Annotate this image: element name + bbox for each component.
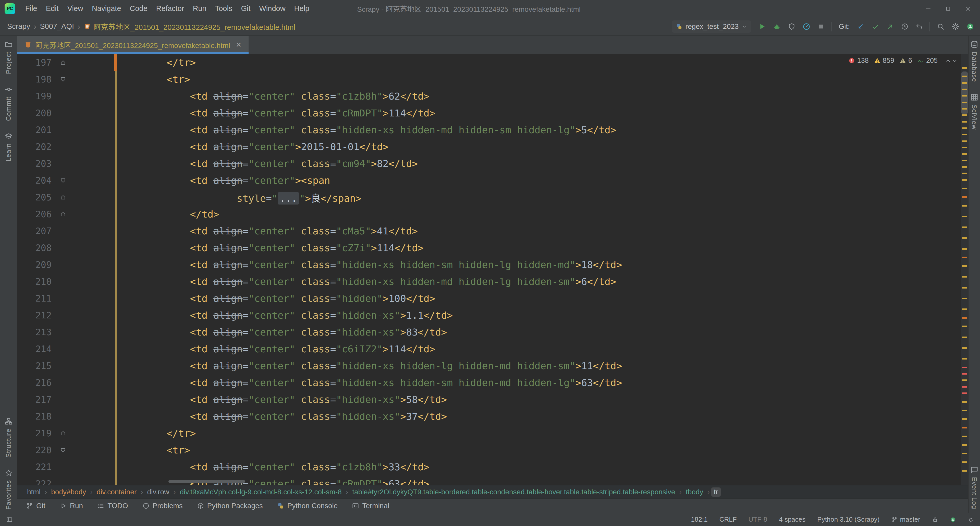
run-button[interactable] — [758, 22, 766, 31]
stripe-mark[interactable] — [962, 298, 967, 299]
line-number[interactable]: 209 — [18, 260, 56, 270]
line-number[interactable]: 216 — [18, 378, 56, 388]
typo-count[interactable]: 205 — [917, 57, 938, 65]
stripe-mark[interactable] — [962, 257, 967, 258]
menu-code[interactable]: Code — [126, 1, 152, 16]
code-line[interactable]: 217 <td align="center" class="hidden-xs"… — [18, 391, 961, 408]
caret-position[interactable]: 182:1 — [691, 515, 708, 523]
stripe-mark[interactable] — [962, 392, 967, 394]
stripe-mark[interactable] — [962, 153, 967, 155]
code-line[interactable]: 206 </td> — [18, 206, 961, 223]
next-issue-button[interactable] — [951, 57, 958, 64]
stripe-mark[interactable] — [962, 67, 967, 69]
line-number[interactable]: 221 — [18, 462, 56, 472]
stripe-mark[interactable] — [962, 410, 967, 411]
line-number[interactable]: 215 — [18, 361, 56, 371]
code-line[interactable]: 207 <td align="center" class="cMa5">41</… — [18, 223, 961, 239]
stripe-mark[interactable] — [962, 140, 967, 142]
settings-button[interactable] — [951, 22, 959, 31]
toolwindow-button-learn[interactable]: Learn — [5, 132, 13, 162]
toolwindow-button-event-log[interactable]: Event Log — [970, 466, 978, 509]
toolwindow-tab-problems[interactable]: Problems — [142, 502, 183, 510]
update-project-button[interactable] — [856, 22, 865, 31]
toolwindow-button-project[interactable]: Project — [5, 40, 13, 74]
breadcrumb-item[interactable]: tr — [711, 488, 721, 497]
notifications-button[interactable] — [968, 516, 974, 523]
stripe-mark[interactable] — [962, 115, 967, 116]
line-number[interactable]: 199 — [18, 91, 56, 101]
stripe-mark[interactable] — [962, 95, 967, 97]
toolwindow-tab-python-packages[interactable]: Python Packages — [197, 502, 263, 510]
stripe-mark[interactable] — [962, 216, 967, 217]
line-number[interactable]: 212 — [18, 310, 56, 320]
stripe-mark[interactable] — [962, 436, 967, 437]
search-everywhere-button[interactable] — [937, 22, 945, 31]
toolwindow-tab-git[interactable]: Git — [26, 502, 45, 510]
code-with-me-button[interactable] — [966, 22, 974, 31]
toolwindow-button-database[interactable]: Database — [970, 40, 978, 82]
code-line[interactable]: 202 <td align="center">2015-01-01</td> — [18, 139, 961, 155]
line-number[interactable]: 219 — [18, 428, 56, 438]
stripe-mark[interactable] — [962, 188, 967, 189]
stripe-mark[interactable] — [962, 121, 967, 123]
nav-breadcrumb[interactable]: S007_AQI — [40, 22, 74, 31]
breadcrumb-item[interactable]: tbody — [683, 488, 706, 497]
stripe-mark[interactable] — [962, 401, 967, 403]
code-line[interactable]: 213 <td align="center" class="hidden-xs"… — [18, 324, 961, 341]
code-editor[interactable]: 197 </tr>198 <tr>199 <td align="center" … — [18, 54, 961, 485]
menu-refactor[interactable]: Refactor — [152, 1, 189, 16]
line-separator[interactable]: CRLF — [719, 515, 737, 523]
stripe-mark[interactable] — [962, 367, 967, 368]
toolwindow-button-structure[interactable]: Structure — [5, 417, 13, 458]
fold-marker-icon[interactable] — [56, 177, 70, 184]
stripe-mark[interactable] — [962, 108, 967, 110]
stripe-mark[interactable] — [962, 265, 967, 267]
stripe-mark[interactable] — [962, 444, 967, 446]
line-number[interactable]: 201 — [18, 125, 56, 135]
commit-button[interactable] — [871, 22, 880, 31]
stripe-mark[interactable] — [962, 308, 967, 310]
minimize-button[interactable] — [918, 0, 938, 17]
code-line[interactable]: 200 <td align="center" class="cRmDPT">11… — [18, 105, 961, 121]
line-number[interactable]: 218 — [18, 411, 56, 422]
stripe-mark[interactable] — [962, 226, 967, 228]
stripe-mark[interactable] — [962, 379, 967, 381]
line-number[interactable]: 200 — [18, 108, 56, 118]
line-number[interactable]: 217 — [18, 394, 56, 405]
code-line[interactable]: 203 <td align="center" class="cm94">82</… — [18, 155, 961, 172]
line-number[interactable]: 222 — [18, 479, 56, 485]
breadcrumb-item[interactable]: div.t9xaMcVph.col-lg-9.col-md-8.col-xs-1… — [177, 488, 344, 497]
toolwindow-tab-run[interactable]: Run — [60, 502, 83, 510]
menu-navigate[interactable]: Navigate — [88, 1, 125, 16]
stripe-mark[interactable] — [962, 358, 967, 360]
horizontal-scrollbar[interactable] — [169, 480, 245, 483]
rollback-button[interactable] — [915, 23, 923, 30]
code-line[interactable]: 204 <td align="center"><span — [18, 172, 961, 189]
code-line[interactable]: 218 <td align="center" class="hidden-xs"… — [18, 408, 961, 425]
toolwindow-tab-python-console[interactable]: Python Console — [277, 502, 338, 510]
stripe-mark[interactable] — [962, 205, 967, 207]
line-number[interactable]: 205 — [18, 192, 56, 202]
stripe-mark[interactable] — [962, 386, 967, 387]
stripe-mark[interactable] — [962, 461, 967, 463]
profiler-button[interactable] — [802, 22, 811, 31]
code-line[interactable]: 212 <td align="center" class="hidden-xs"… — [18, 307, 961, 324]
line-number[interactable]: 213 — [18, 327, 56, 337]
breadcrumb-item[interactable]: table#tyr2Ol.dykyQT9.table-bordered.tabl… — [350, 488, 678, 497]
close-button[interactable] — [958, 0, 978, 17]
line-number[interactable]: 203 — [18, 159, 56, 169]
toolwindow-tab-todo[interactable]: TODO — [97, 502, 128, 510]
toolwindow-button-commit[interactable]: Commit — [5, 85, 13, 121]
stripe-mark[interactable] — [962, 160, 967, 161]
code-line[interactable]: 210 <td align="center" class="hidden-xs … — [18, 273, 961, 290]
breadcrumb-item[interactable]: html — [24, 488, 43, 497]
stripe-mark[interactable] — [962, 287, 967, 289]
menu-file[interactable]: File — [21, 1, 41, 16]
nav-breadcrumb[interactable]: Scrapy — [7, 22, 30, 31]
indent-style[interactable]: 4 spaces — [779, 515, 805, 523]
stripe-mark[interactable] — [962, 179, 967, 181]
code-line[interactable]: 197 </tr> — [18, 54, 961, 71]
breadcrumb-item[interactable]: div.container — [94, 488, 139, 497]
menu-edit[interactable]: Edit — [41, 1, 63, 16]
line-number[interactable]: 208 — [18, 243, 56, 253]
